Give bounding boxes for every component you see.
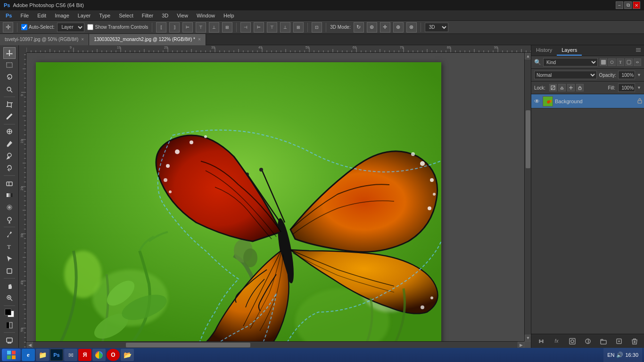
tool-shape[interactable] [3, 265, 16, 277]
taskbar-opera[interactable]: O [107, 349, 120, 361]
close-button[interactable]: ✕ [633, 1, 640, 9]
align-middle-btn[interactable]: ⊥ [209, 22, 219, 33]
tab-layers[interactable]: Layers [557, 45, 582, 56]
distribute-right-btn[interactable]: ⊤ [267, 22, 277, 33]
tool-history-brush[interactable] [3, 162, 16, 174]
taskbar-mail[interactable]: ✉ [64, 349, 77, 361]
filter-pixel-btn[interactable] [600, 58, 607, 66]
menu-file[interactable]: File [17, 12, 33, 19]
tool-eyedropper[interactable] [3, 111, 16, 123]
sound-icon[interactable]: 🔊 [616, 352, 623, 358]
tab-1-close[interactable]: × [81, 37, 84, 42]
3d-roll-btn[interactable]: ⊛ [367, 22, 377, 33]
align-right-btn[interactable]: ⊢ [182, 22, 193, 33]
menu-layer[interactable]: Layer [74, 12, 95, 19]
layer-link-btn[interactable] [536, 336, 546, 346]
panel-menu-btn[interactable] [633, 45, 644, 56]
3d-slide-btn[interactable]: ⊕ [393, 22, 404, 33]
menu-edit[interactable]: Edit [33, 12, 50, 19]
menu-image[interactable]: Image [51, 12, 73, 19]
lock-all-btn[interactable] [576, 84, 584, 91]
tab-2-close[interactable]: × [198, 37, 201, 42]
menu-select[interactable]: Select [115, 12, 137, 19]
distribute-left-btn[interactable]: ⊣ [240, 22, 251, 33]
tool-healing[interactable] [3, 126, 16, 138]
tool-eraser[interactable] [3, 177, 16, 189]
taskbar-explorer[interactable]: 📂 [121, 349, 134, 361]
blend-mode-dropdown[interactable]: Normal Dissolve Multiply Screen Overlay [534, 71, 597, 79]
tool-marquee-rect[interactable] [3, 59, 16, 71]
3d-scale-btn[interactable]: ⊗ [406, 22, 417, 33]
menu-filter[interactable]: Filter [138, 12, 157, 19]
taskbar-ps[interactable]: Ps [50, 349, 63, 361]
tab-2[interactable]: 1300302632_monarch2.jpg @ 122% (RGB/8#) … [89, 34, 206, 45]
tab-history[interactable]: History [531, 45, 557, 56]
auto-select-checkbox[interactable] [21, 24, 27, 30]
layer-visibility-toggle[interactable]: 👁 [533, 98, 541, 105]
transform-controls-checkbox[interactable] [87, 24, 93, 30]
menu-window[interactable]: Window [193, 12, 219, 19]
tool-pen[interactable] [3, 229, 16, 240]
tool-colors[interactable] [3, 307, 16, 319]
move-tool-options[interactable]: ✛ [3, 22, 13, 33]
align-left-btn[interactable]: ⟦ [156, 22, 166, 33]
menu-view[interactable]: View [173, 12, 192, 19]
tool-blur[interactable] [3, 201, 16, 213]
opacity-arrow[interactable]: ▼ [637, 73, 641, 77]
tool-lasso[interactable] [3, 72, 16, 83]
distribute-mid-btn[interactable]: ⊞ [293, 22, 304, 33]
filter-smart-btn[interactable] [634, 58, 641, 66]
canvas-inner[interactable]: ▶ ◀ ▲ ▼ [26, 53, 531, 348]
tool-gradient[interactable] [3, 189, 16, 201]
start-button[interactable] [2, 349, 21, 361]
filter-shape-btn[interactable] [625, 58, 633, 66]
3d-mode-dropdown[interactable]: 3D [425, 23, 448, 32]
menu-3d[interactable]: 3D [158, 12, 172, 19]
layer-group-btn[interactable] [598, 336, 609, 346]
distribute-center-btn[interactable]: ⊢ [254, 22, 264, 33]
taskbar-chrome[interactable] [92, 349, 106, 361]
tool-quick-mask[interactable] [3, 319, 16, 331]
tool-crop[interactable] [3, 99, 16, 110]
auto-select-dropdown[interactable]: Layer Group [57, 23, 84, 32]
auto-arrange-btn[interactable]: ⊡ [312, 22, 322, 33]
menu-ps[interactable]: Ps [2, 12, 16, 19]
menu-type[interactable]: Type [95, 12, 114, 19]
3d-pan-btn[interactable]: ✛ [380, 22, 390, 33]
align-top-btn[interactable]: ⊤ [196, 22, 206, 33]
tool-move[interactable] [3, 47, 16, 59]
tool-brush[interactable] [3, 138, 16, 149]
lock-image-btn[interactable] [558, 84, 566, 91]
layer-adjustment-btn[interactable] [583, 336, 593, 346]
lock-position-btn[interactable] [567, 84, 575, 91]
taskbar-ie[interactable]: e [22, 349, 35, 361]
layer-mask-btn[interactable] [567, 336, 578, 346]
align-center-btn[interactable]: ⟧ [169, 22, 180, 33]
filter-type-dropdown[interactable]: Kind Name Effect Mode Attribute Color [543, 58, 598, 66]
taskbar-yandex[interactable]: Я [78, 349, 91, 361]
layer-background[interactable]: 👁 Background [531, 94, 644, 108]
layer-new-btn[interactable] [614, 336, 624, 346]
taskbar-folder[interactable]: 📁 [36, 349, 49, 361]
lock-transparent-btn[interactable] [549, 84, 557, 91]
tool-dodge[interactable] [3, 214, 16, 225]
opacity-input[interactable] [618, 71, 635, 79]
tool-path-select[interactable] [3, 253, 16, 265]
tool-zoom[interactable] [3, 292, 16, 304]
tool-hand[interactable] [3, 280, 16, 292]
tool-screen-mode[interactable] [3, 334, 16, 346]
minimize-button[interactable]: − [616, 1, 623, 9]
3d-rotate-btn[interactable]: ↻ [354, 22, 364, 33]
align-bottom-btn[interactable]: ⊞ [222, 22, 232, 33]
menu-help[interactable]: Help [220, 12, 238, 19]
distribute-top-btn[interactable]: ⊥ [280, 22, 290, 33]
layer-delete-btn[interactable] [629, 336, 640, 346]
tool-quick-select[interactable] [3, 83, 16, 95]
fill-arrow[interactable]: ▼ [637, 85, 641, 90]
layer-fx-btn[interactable]: fx [552, 336, 562, 346]
image-canvas[interactable] [36, 62, 441, 345]
tab-1[interactable]: tsvetyi-10997.jpg @ 50% (RGB/8#) × [0, 34, 89, 45]
filter-adjust-btn[interactable] [608, 58, 616, 66]
fill-input[interactable] [618, 83, 635, 92]
tool-clone[interactable] [3, 150, 16, 162]
